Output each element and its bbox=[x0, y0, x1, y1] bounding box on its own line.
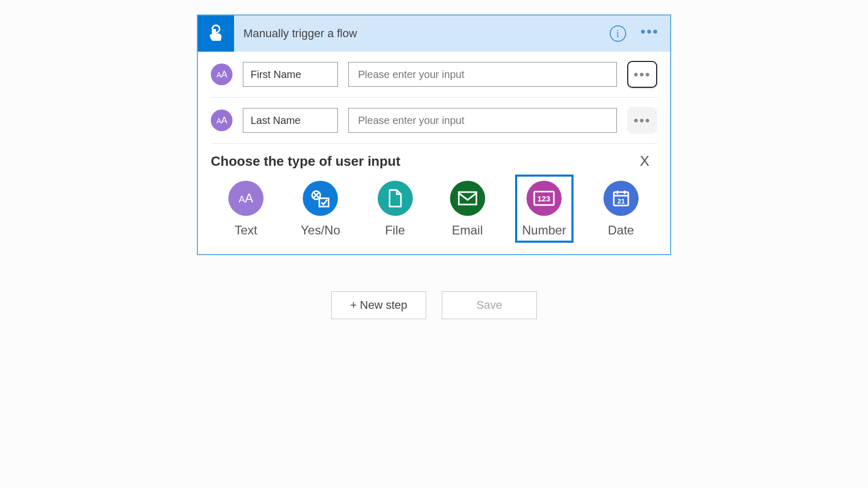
yesno-icon bbox=[303, 181, 338, 216]
number-icon: 123 bbox=[526, 181, 562, 216]
svg-text:21: 21 bbox=[617, 197, 625, 205]
trigger-header: Manually trigger a flow i ••• bbox=[198, 15, 670, 52]
type-label: File bbox=[385, 223, 405, 238]
text-type-icon: AA bbox=[211, 109, 233, 131]
choose-title: Choose the type of user input bbox=[211, 153, 400, 169]
touch-icon bbox=[206, 23, 226, 44]
input-label-field[interactable] bbox=[243, 62, 338, 87]
save-button[interactable]: Save bbox=[442, 291, 537, 319]
svg-text:A: A bbox=[239, 194, 245, 204]
type-label: Email bbox=[452, 223, 483, 238]
trigger-icon bbox=[198, 15, 234, 52]
choose-header: Choose the type of user input X bbox=[211, 153, 657, 169]
type-option-number[interactable]: 123 Number bbox=[515, 175, 574, 243]
type-option-yesno[interactable]: Yes/No bbox=[293, 175, 348, 243]
trigger-card: Manually trigger a flow i ••• AA ••• AA … bbox=[197, 14, 671, 255]
input-value-field[interactable] bbox=[348, 108, 617, 133]
input-value-field[interactable] bbox=[348, 62, 617, 87]
svg-rect-11 bbox=[459, 192, 476, 204]
header-actions: i ••• bbox=[610, 15, 670, 52]
svg-rect-10 bbox=[319, 198, 329, 207]
header-more-menu[interactable]: ••• bbox=[641, 27, 659, 40]
type-label: Date bbox=[608, 223, 634, 238]
text-icon: AA bbox=[228, 181, 264, 216]
file-icon bbox=[378, 181, 413, 216]
type-option-text[interactable]: AA Text bbox=[221, 175, 271, 243]
type-option-date[interactable]: 21 Date bbox=[596, 175, 646, 243]
type-option-email[interactable]: Email bbox=[443, 175, 492, 243]
close-icon[interactable]: X bbox=[634, 153, 655, 169]
card-body: AA ••• AA ••• Choose the type of user in… bbox=[198, 52, 670, 254]
choose-input-type-section: Choose the type of user input X AA Text bbox=[211, 144, 657, 248]
type-label: Yes/No bbox=[301, 223, 340, 238]
info-icon[interactable]: i bbox=[610, 25, 626, 42]
svg-text:A: A bbox=[221, 69, 227, 80]
email-icon bbox=[450, 181, 485, 216]
input-label-field[interactable] bbox=[243, 108, 338, 133]
text-type-icon: AA bbox=[211, 64, 233, 85]
type-grid: AA Text Yes/No bbox=[211, 169, 657, 248]
input-row: AA ••• bbox=[211, 98, 657, 144]
input-row: AA ••• bbox=[211, 52, 657, 98]
svg-text:A: A bbox=[221, 115, 227, 125]
type-label: Number bbox=[522, 223, 566, 238]
trigger-title: Manually trigger a flow bbox=[234, 15, 610, 52]
date-icon: 21 bbox=[603, 181, 639, 216]
svg-text:123: 123 bbox=[537, 194, 550, 203]
new-step-button[interactable]: + New step bbox=[331, 291, 426, 319]
footer-actions: + New step Save bbox=[331, 291, 537, 319]
svg-text:A: A bbox=[245, 191, 253, 205]
type-label: Text bbox=[235, 223, 257, 238]
type-option-file[interactable]: File bbox=[370, 175, 420, 243]
input-row-more-menu[interactable]: ••• bbox=[627, 61, 657, 88]
input-row-more-menu[interactable]: ••• bbox=[627, 107, 657, 134]
